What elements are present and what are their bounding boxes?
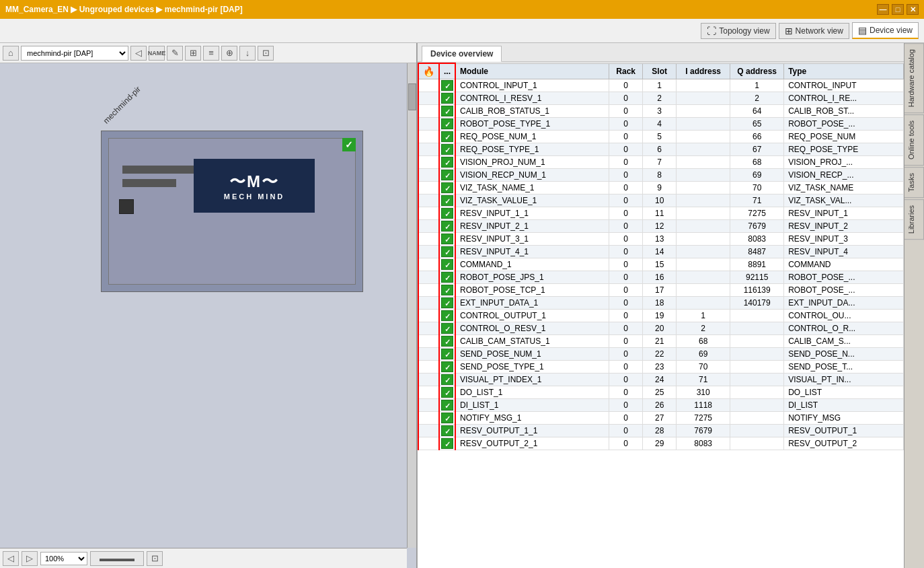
device-box[interactable]: 〜M〜 MECH MIND ✓ (101, 131, 363, 292)
row-type: VISUAL_PT_IN... (784, 374, 904, 386)
row-rack: 0 (609, 297, 643, 310)
row-check: ✓ (439, 348, 455, 361)
row-qaddress (730, 322, 784, 335)
row-iaddress (677, 92, 730, 105)
close-button[interactable]: ✕ (907, 4, 919, 15)
row-module: RESV_OUTPUT_1_1 (455, 425, 609, 437)
green-check-icon: ✓ (441, 195, 453, 206)
row-iaddress (677, 169, 730, 182)
minimize-button[interactable]: — (877, 4, 889, 15)
row-qaddress: 64 (730, 105, 784, 118)
row-qaddress: 116139 (730, 284, 784, 297)
device-canvas: mechmind-pir 〜M〜 MECH MIND ✓ (0, 63, 416, 568)
scroll-right-button[interactable]: ▷ (22, 551, 38, 566)
zoom-selector[interactable]: 100% (40, 552, 87, 565)
scroll-left-button[interactable]: ◁ (3, 551, 19, 566)
row-module: CONTROL_O_RESV_1 (455, 322, 609, 335)
back-button[interactable]: ◁ (130, 46, 147, 61)
green-check-icon: ✓ (441, 246, 453, 257)
row-check: ✓ (439, 194, 455, 207)
header-type: Type (784, 63, 904, 79)
row-slot: 6 (643, 143, 677, 156)
row-iaddress: 1118 (677, 399, 730, 412)
main-area: ⌂ mechmind-pir [DAP] ◁ NAME ✎ ⊞ ≡ ⊕ ↓ ⊡ … (0, 43, 924, 568)
table-row: ✓ NOTIFY_MSG_1 0 27 7275 NOTIFY_MSG (418, 412, 904, 425)
row-check: ✓ (439, 118, 455, 131)
row-status (418, 182, 439, 194)
row-check: ✓ (439, 425, 455, 437)
green-check-icon: ✓ (441, 310, 453, 321)
row-type: ROBOT_POSE_... (784, 118, 904, 131)
row-check: ✓ (439, 92, 455, 105)
row-rack: 0 (609, 310, 643, 322)
list-button[interactable]: ≡ (203, 46, 219, 61)
row-check: ✓ (439, 246, 455, 258)
row-slot: 27 (643, 412, 677, 425)
row-iaddress (677, 284, 730, 297)
restore-button[interactable]: □ (892, 4, 904, 15)
grid-button[interactable]: ⊞ (185, 46, 201, 61)
scroll-h-button[interactable]: ▬▬▬▬ (90, 551, 144, 566)
row-type: VISION_RECP_... (784, 169, 904, 182)
row-rack: 0 (609, 156, 643, 169)
network-view-button[interactable]: ⊞ Network view (779, 23, 849, 39)
row-slot: 18 (643, 297, 677, 310)
name-button[interactable]: NAME (149, 46, 165, 61)
row-check: ✓ (439, 79, 455, 92)
hardware-catalog-tab[interactable]: Hardware catalog (904, 43, 924, 113)
row-iaddress (677, 271, 730, 284)
row-status (418, 361, 439, 374)
green-check-icon: ✓ (441, 234, 453, 244)
row-status (418, 207, 439, 220)
row-qaddress: 70 (730, 182, 784, 194)
home-button[interactable]: ⌂ (3, 46, 19, 61)
row-rack: 0 (609, 258, 643, 271)
green-check-icon: ✓ (441, 144, 453, 155)
row-module: ROBOT_POSE_JPS_1 (455, 271, 609, 284)
row-status (418, 297, 439, 310)
tasks-tab[interactable]: Tasks (904, 167, 924, 198)
online-tools-tab[interactable]: Online tools (904, 114, 924, 166)
edit-button[interactable]: ✎ (167, 46, 183, 61)
left-toolbar: ⌂ mechmind-pir [DAP] ◁ NAME ✎ ⊞ ≡ ⊕ ↓ ⊡ (0, 43, 416, 63)
header-iaddress: I address (677, 63, 730, 79)
row-module: SEND_POSE_NUM_1 (455, 348, 609, 361)
green-check-icon: ✓ (441, 131, 453, 142)
table-row: ✓ CALIB_CAM_STATUS_1 0 21 68 CALIB_CAM_S… (418, 335, 904, 348)
row-check: ✓ (439, 437, 455, 450)
row-status (418, 131, 439, 143)
green-check-icon: ✓ (441, 118, 453, 129)
row-status (418, 284, 439, 297)
fit-view-button[interactable]: ⊡ (147, 551, 163, 566)
device-table-container[interactable]: 🔥 ... Module Rack Slot I address Q addre… (418, 63, 904, 568)
row-check: ✓ (439, 335, 455, 348)
row-check: ✓ (439, 131, 455, 143)
device-selector[interactable]: mechmind-pir [DAP] (21, 46, 128, 61)
row-check: ✓ (439, 310, 455, 322)
scroll-thumb-v[interactable] (408, 83, 416, 110)
row-slot: 11 (643, 207, 677, 220)
libraries-tab[interactable]: Libraries (904, 199, 924, 240)
fit-button[interactable]: ⊡ (258, 46, 274, 61)
zoom-in-button[interactable]: ⊕ (221, 46, 237, 61)
row-qaddress: 71 (730, 194, 784, 207)
row-check: ✓ (439, 233, 455, 246)
row-status (418, 194, 439, 207)
row-check: ✓ (439, 271, 455, 284)
logo-wings: 〜M〜 (229, 171, 279, 192)
topology-view-button[interactable]: ⛶ Topology view (701, 23, 775, 39)
row-type: REQ_POSE_TYPE (784, 143, 904, 156)
device-view-button[interactable]: ▤ Device view (852, 22, 919, 39)
row-type: VIZ_TASK_VAL... (784, 194, 904, 207)
green-check-icon: ✓ (441, 106, 453, 116)
row-qaddress (730, 310, 784, 322)
row-type: EXT_INPUT_DA... (784, 297, 904, 310)
row-check: ✓ (439, 297, 455, 310)
zoom-out-button[interactable]: ↓ (239, 46, 256, 61)
left-scrollbar-v[interactable] (407, 63, 416, 548)
device-overview-tab[interactable]: Device overview (422, 46, 502, 62)
row-rack: 0 (609, 284, 643, 297)
row-iaddress: 1 (677, 310, 730, 322)
row-iaddress: 7275 (677, 412, 730, 425)
row-check: ✓ (439, 169, 455, 182)
